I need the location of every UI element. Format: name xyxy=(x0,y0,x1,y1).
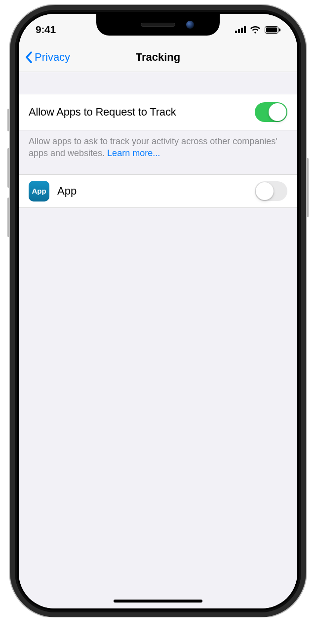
toggle-knob xyxy=(256,182,274,200)
back-label: Privacy xyxy=(35,51,70,64)
screen: 9:41 Privacy Tracking Allow Apps to Re xyxy=(19,14,297,608)
allow-tracking-cell: Allow Apps to Request to Track xyxy=(19,94,297,130)
content: Allow Apps to Request to Track Allow app… xyxy=(19,72,297,608)
app-name: App xyxy=(57,185,247,198)
app-tracking-toggle[interactable] xyxy=(255,181,287,201)
back-button[interactable]: Privacy xyxy=(25,51,70,64)
app-tracking-row: App App xyxy=(19,174,297,208)
wifi-icon xyxy=(250,26,261,34)
home-indicator[interactable] xyxy=(114,600,202,603)
cellular-icon xyxy=(235,26,246,33)
svg-rect-0 xyxy=(235,31,237,33)
app-icon-text: App xyxy=(32,187,46,195)
phone-frame: 9:41 Privacy Tracking Allow Apps to Re xyxy=(10,5,306,617)
status-icons xyxy=(235,26,280,34)
chevron-left-icon xyxy=(25,51,33,63)
app-icon: App xyxy=(29,181,49,201)
svg-rect-6 xyxy=(279,28,280,31)
front-camera xyxy=(186,21,194,29)
speaker xyxy=(141,23,175,27)
page-title: Tracking xyxy=(136,51,180,64)
svg-rect-2 xyxy=(241,28,243,33)
allow-tracking-description: Allow apps to ask to track your activity… xyxy=(19,130,297,160)
toggle-knob xyxy=(269,103,286,121)
learn-more-link[interactable]: Learn more... xyxy=(107,148,160,158)
battery-icon xyxy=(265,26,280,34)
allow-tracking-label: Allow Apps to Request to Track xyxy=(29,106,176,119)
svg-rect-1 xyxy=(238,29,240,33)
svg-rect-3 xyxy=(244,26,246,33)
nav-bar: Privacy Tracking xyxy=(19,42,297,72)
svg-rect-5 xyxy=(266,27,277,32)
status-time: 9:41 xyxy=(36,24,56,36)
notch xyxy=(96,14,220,36)
allow-tracking-toggle[interactable] xyxy=(255,102,287,122)
